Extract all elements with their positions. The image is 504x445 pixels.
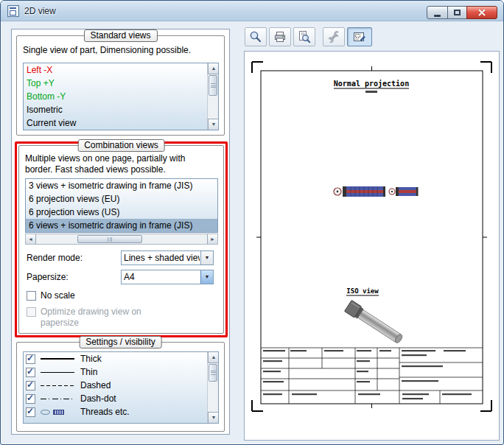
list-item-label: Left -X [27, 65, 52, 75]
dashed-line-sample [41, 385, 74, 386]
optimize-checkbox-row: Optimize drawing view on papersize [27, 306, 159, 329]
thick-checkbox[interactable]: ✓ [26, 354, 35, 364]
check-icon: ✓ [27, 393, 34, 403]
list-item[interactable]: 6 projection views (EU) [26, 192, 217, 206]
grip-icon [211, 83, 216, 88]
standard-views-description: Single view of part, Dimensioning possib… [23, 45, 191, 56]
list-item-label: Thin [80, 367, 97, 377]
vertical-scrollbar[interactable]: ▲ ▼ [207, 352, 218, 423]
list-item-label: Dashed [80, 380, 111, 390]
vertical-scrollbar[interactable]: ▲ ▼ [207, 63, 218, 130]
standard-views-list[interactable]: Left -X Top +Y Bottom -Y Isometric Curre… [23, 63, 219, 130]
list-item-label: Isometric [27, 105, 63, 115]
thin-line-sample [41, 372, 74, 373]
no-scale-label: No scale [41, 290, 75, 301]
scroll-down-button[interactable]: ▼ [208, 119, 219, 130]
combination-views-list[interactable]: 3 views + isometric drawing in frame (JI… [25, 178, 218, 233]
combination-views-description: Multiple views on one page, partially wi… [25, 153, 215, 175]
titlebar[interactable]: 2D view [1, 1, 503, 21]
app-icon [7, 5, 19, 17]
list-item-label: Dash-dot [80, 393, 116, 404]
list-item-label: Bottom -Y [27, 91, 66, 102]
list-item[interactable]: Left -X [24, 63, 218, 77]
grip-icon [211, 371, 216, 375]
list-item-label: 6 projection views (EU) [29, 194, 119, 204]
scroll-up-button[interactable]: ▲ [208, 63, 219, 74]
title-block-text-marks [263, 350, 472, 399]
check-icon: ✓ [27, 406, 34, 416]
drawing-area[interactable]: Normal projection [244, 51, 500, 441]
list-item-label: 6 projection views (US) [29, 207, 119, 217]
list-item-label: 3 views + isometric drawing in frame (JI… [29, 181, 192, 191]
optimize-label: Optimize drawing view on papersize [41, 306, 151, 329]
close-icon [477, 8, 486, 17]
scrollbar-thumb[interactable] [209, 364, 217, 382]
window-title: 2D view [24, 6, 56, 16]
iso-bolt-render [344, 300, 405, 346]
normal-projection-label: Normal projection [334, 80, 409, 88]
render-mode-label: Render mode: [27, 250, 83, 265]
dashdot-checkbox[interactable]: ✓ [26, 394, 35, 404]
list-item-label: 6 views + isometric drawing in frame (JI… [29, 220, 192, 231]
minimize-button[interactable] [427, 6, 448, 19]
list-item[interactable]: Current view [24, 116, 218, 130]
threads-icons-sample [41, 409, 74, 416]
list-item[interactable]: 6 projection views (US) [26, 206, 217, 219]
corner-marks [252, 62, 491, 411]
drawing-view-button[interactable] [347, 27, 372, 46]
maximize-button[interactable] [447, 6, 467, 19]
grip-icon [108, 237, 113, 242]
scroll-up-button[interactable]: ▲ [208, 352, 219, 363]
chevron-down-icon[interactable]: ▼ [200, 270, 213, 284]
thin-checkbox[interactable]: ✓ [26, 368, 35, 377]
dashdot-line-sample [41, 399, 74, 399]
list-item[interactable]: 3 views + isometric drawing in frame (JI… [26, 179, 217, 192]
scroll-left-button[interactable]: ◄ [26, 234, 36, 244]
combination-views-group: Combination views Multiple views on one … [18, 145, 224, 334]
render-mode-select[interactable]: Lines + shaded view ▼ [121, 250, 214, 265]
print-button[interactable] [269, 27, 291, 46]
list-item[interactable]: ✓ Dashed [24, 379, 218, 392]
list-item[interactable]: ✓ Thick [24, 352, 218, 365]
minimize-icon [434, 15, 441, 17]
drawing-frame [261, 71, 483, 404]
list-item[interactable]: ✓ Dash-dot [24, 392, 218, 405]
list-item[interactable]: ✓ Thin [24, 365, 218, 379]
close-button[interactable] [466, 6, 497, 19]
no-scale-checkbox-row[interactable]: No scale [27, 290, 75, 301]
print-preview-button[interactable] [293, 27, 315, 46]
list-item[interactable]: Bottom -Y [24, 90, 218, 103]
papersize-select[interactable]: A4 ▼ [121, 270, 214, 284]
list-item-label: Thick [80, 354, 102, 364]
tools-button[interactable] [323, 27, 345, 46]
dashed-checkbox[interactable]: ✓ [26, 381, 35, 390]
combination-views-highlight: Combination views Multiple views on one … [15, 141, 228, 337]
standard-views-group-label: Standard views [83, 29, 157, 42]
scrollbar-thumb[interactable] [77, 235, 142, 243]
magnifier-icon [248, 29, 263, 44]
horizontal-scrollbar[interactable]: ◄ ► [25, 234, 218, 245]
scroll-right-button[interactable]: ► [207, 234, 217, 244]
list-item[interactable]: Isometric [24, 103, 218, 116]
chevron-down-icon[interactable]: ▼ [200, 251, 213, 264]
window-controls [427, 6, 497, 19]
list-item[interactable]: Top +Y [24, 77, 218, 90]
drawing-view-icon [352, 29, 367, 44]
scale-text-mark [365, 91, 377, 93]
settings-list[interactable]: ✓ Thick ✓ Thin ✓ Dashed ✓ Dash-d [23, 351, 219, 424]
threads-checkbox[interactable]: ✓ [26, 407, 35, 417]
bolt-projection-views [334, 186, 419, 197]
preview-magnifier-icon [297, 29, 312, 44]
papersize-label: Papersize: [27, 270, 69, 284]
list-item[interactable]: ✓ Threads etc. [24, 405, 218, 418]
zoom-button[interactable] [245, 27, 267, 46]
scrollbar-thumb[interactable] [209, 75, 217, 96]
no-scale-checkbox[interactable] [27, 291, 36, 301]
wrench-icon [326, 29, 341, 44]
settings-visibility-group: Settings / visibility ✓ Thick ✓ Thin ✓ D… [16, 342, 225, 432]
bolt-chip-icon [53, 410, 64, 415]
list-item-selected[interactable]: 6 views + isometric drawing in frame (JI… [26, 219, 217, 232]
check-icon: ✓ [27, 366, 34, 376]
scroll-down-button[interactable]: ▼ [208, 412, 219, 423]
iso-view-label: ISO view [346, 287, 379, 295]
